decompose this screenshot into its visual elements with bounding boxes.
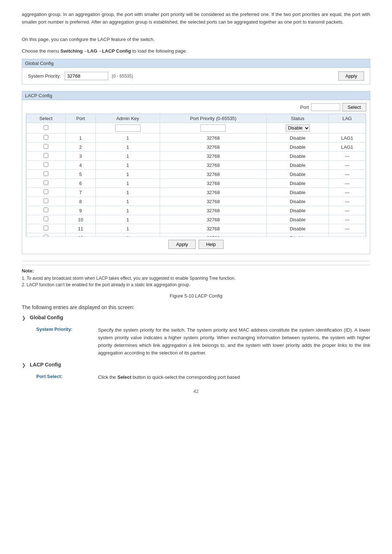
row-select-cell	[26, 143, 66, 152]
row-select-checkbox[interactable]	[44, 135, 48, 140]
row-admin-key-cell: 1	[95, 179, 160, 188]
port-select-desc-text: Click the Select button to quick-select …	[98, 374, 370, 381]
row-select-checkbox[interactable]	[44, 144, 48, 149]
row-status-cell: Disable	[267, 152, 329, 161]
row-priority-cell: 32768	[160, 233, 266, 237]
desc-lacp-config-title: LACP Config	[30, 362, 88, 368]
row-lag-cell: ---	[328, 161, 366, 170]
system-priority-label: System Priority:	[28, 73, 61, 79]
row-priority-cell: 32768	[160, 143, 266, 152]
filter-lag-cell	[328, 123, 366, 134]
row-select-cell	[26, 134, 66, 143]
desc-lacp-config-section: ❯ LACP Config	[22, 362, 370, 368]
filter-status-select[interactable]: Disable Enable	[286, 124, 310, 132]
filter-priority-input[interactable]	[200, 124, 226, 132]
arrow-icon: ❯	[22, 315, 28, 321]
lacp-table-wrapper: Select Port Admin Key Port Priority (0-6…	[26, 114, 366, 237]
row-select-cell	[26, 215, 66, 224]
row-status-cell: Disable	[267, 224, 329, 233]
table-row: 1132768DisableLAG1	[26, 134, 366, 143]
lacp-table-container: Port Select Select Port Admin Key Port P…	[22, 100, 370, 254]
row-priority-cell: 32768	[160, 134, 266, 143]
row-select-checkbox[interactable]	[44, 189, 48, 194]
global-config-box: Global Config System Priority: (0 - 6553…	[22, 59, 370, 85]
table-header-row: Select Port Admin Key Port Priority (0-6…	[26, 114, 366, 123]
lacp-apply-button[interactable]: Apply	[168, 240, 196, 249]
table-row: 5132768Disable---	[26, 170, 366, 179]
col-header-admin-key: Admin Key	[95, 114, 160, 123]
page-number: 42	[22, 389, 370, 394]
row-admin-key-cell: 1	[95, 170, 160, 179]
row-priority-cell: 32768	[160, 170, 266, 179]
row-status-cell: Disable	[267, 143, 329, 152]
figure-caption: Figure 5-10 LACP Config	[22, 293, 370, 299]
bottom-buttons: Apply Help	[26, 240, 366, 251]
table-row: 3132768Disable---	[26, 152, 366, 161]
global-config-header: Global Config	[22, 59, 370, 68]
row-port-cell: 12	[65, 233, 95, 237]
arrow-icon-2: ❯	[22, 362, 28, 368]
port-select-input[interactable]	[311, 103, 340, 111]
row-admin-key-cell: 1	[95, 215, 160, 224]
row-priority-cell: 32768	[160, 206, 266, 215]
port-select-desc-row: Port Select: Click the Select button to …	[36, 374, 370, 381]
row-select-checkbox[interactable]	[44, 235, 48, 237]
row-select-checkbox[interactable]	[44, 208, 48, 212]
instruction-line: Choose the menu Switching→LAG→LACP Confi…	[22, 48, 370, 55]
table-row: 7132768Disable---	[26, 188, 366, 197]
row-port-cell: 2	[65, 143, 95, 152]
lacp-config-header: LACP Config	[22, 91, 370, 100]
row-port-cell: 10	[65, 215, 95, 224]
row-select-checkbox[interactable]	[44, 171, 48, 176]
desc-global-config-title: Global Config	[30, 315, 88, 320]
row-select-cell	[26, 161, 66, 170]
row-select-cell	[26, 224, 66, 233]
row-priority-cell: 32768	[160, 188, 266, 197]
lacp-help-button[interactable]: Help	[199, 240, 224, 249]
row-select-checkbox[interactable]	[44, 226, 48, 230]
table-row: 12132768Disable---	[26, 233, 366, 237]
system-priority-desc-row: System Priority: Specify the system prio…	[36, 327, 370, 357]
col-header-select: Select	[26, 114, 66, 123]
row-select-cell	[26, 206, 66, 215]
row-port-cell: 5	[65, 170, 95, 179]
col-header-port-priority: Port Priority (0-65535)	[160, 114, 266, 123]
row-lag-cell: ---	[328, 197, 366, 206]
filter-admin-key-input[interactable]	[115, 124, 140, 132]
row-select-checkbox[interactable]	[44, 180, 48, 185]
filter-select-checkbox[interactable]	[44, 125, 48, 130]
row-lag-cell: ---	[328, 179, 366, 188]
row-port-cell: 3	[65, 152, 95, 161]
row-status-cell: Disable	[267, 134, 329, 143]
row-select-checkbox[interactable]	[44, 198, 48, 203]
row-status-cell: Disable	[267, 197, 329, 206]
row-priority-cell: 32768	[160, 179, 266, 188]
row-select-checkbox[interactable]	[44, 153, 48, 158]
system-priority-input[interactable]	[65, 72, 108, 80]
col-header-lag: LAG	[328, 114, 366, 123]
row-status-cell: Disable	[267, 206, 329, 215]
row-select-checkbox[interactable]	[44, 217, 48, 221]
intro-paragraph2: On this page, you can configure the LACP…	[22, 36, 370, 44]
desc-global-config-subsection: System Priority: Specify the system prio…	[36, 327, 370, 357]
row-status-cell: Disable	[267, 215, 329, 224]
global-config-body: System Priority: (0 - 65535) Apply	[22, 68, 370, 84]
system-priority-desc-label: System Priority:	[36, 327, 98, 332]
row-port-cell: 6	[65, 179, 95, 188]
table-row: 9132768Disable---	[26, 206, 366, 215]
row-status-cell: Disable	[267, 233, 329, 237]
row-lag-cell: LAG1	[328, 134, 366, 143]
filter-port-cell	[65, 123, 95, 134]
col-header-port: Port	[65, 114, 95, 123]
port-select-button[interactable]: Select	[342, 103, 366, 111]
row-lag-cell: ---	[328, 215, 366, 224]
table-row: 8132768Disable---	[26, 197, 366, 206]
global-apply-button[interactable]: Apply	[338, 71, 364, 81]
filter-status-cell: Disable Enable	[267, 123, 329, 134]
row-select-cell	[26, 152, 66, 161]
notes-divider	[22, 261, 370, 261]
row-select-checkbox[interactable]	[44, 162, 48, 167]
note-item-2: 2. LACP function can't be enabled for th…	[22, 282, 370, 288]
intro-paragraph1: aggregation group. In an aggregation gro…	[22, 11, 370, 26]
range-hint: (0 - 65535)	[112, 74, 133, 79]
